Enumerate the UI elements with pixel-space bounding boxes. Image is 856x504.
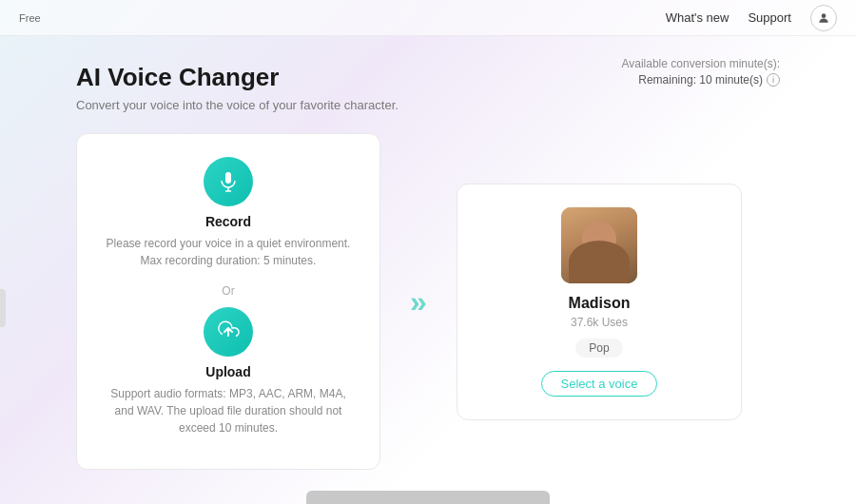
whats-new-link[interactable]: What's new — [666, 10, 730, 25]
support-link[interactable]: Support — [748, 10, 791, 25]
microphone-icon — [217, 170, 240, 193]
voice-avatar — [561, 207, 637, 283]
svg-rect-1 — [225, 172, 231, 184]
record-title: Record — [205, 214, 251, 229]
arrow-container: » — [380, 284, 457, 320]
info-icon[interactable]: i — [767, 73, 780, 87]
select-voice-button[interactable]: Select a voice — [541, 371, 658, 397]
user-icon — [817, 11, 830, 25]
change-voice-button[interactable]: Change Voice Now — [306, 491, 550, 504]
upload-icon-circle[interactable] — [204, 307, 253, 357]
upload-icon — [217, 320, 240, 343]
sidebar-tab — [0, 289, 6, 327]
upload-title: Upload — [205, 364, 250, 379]
record-description: Please record your voice in a quiet envi… — [100, 235, 357, 269]
remaining-text: Remaining: 10 minute(s) — [638, 73, 763, 87]
plan-badge: Free — [19, 12, 41, 24]
conversion-label: Available conversion minute(s): — [621, 57, 780, 70]
conversion-remaining: Remaining: 10 minute(s) i — [621, 73, 780, 87]
voice-avatar-face — [561, 207, 637, 283]
or-divider: Or — [222, 284, 234, 298]
voice-uses: 37.6k Uses — [571, 316, 628, 329]
main-content: AI Voice Changer Convert your voice into… — [0, 36, 856, 504]
profile-icon-btn[interactable] — [810, 5, 837, 31]
voice-card: Madison 37.6k Uses Pop Select a voice — [457, 184, 742, 420]
record-icon-circle[interactable] — [204, 157, 253, 206]
nav-links: What's new Support — [666, 5, 837, 31]
voice-name: Madison — [569, 295, 631, 312]
upload-description: Support audio formats: MP3, AAC, ARM, M4… — [100, 385, 357, 436]
conversion-info: Available conversion minute(s): Remainin… — [621, 57, 780, 87]
action-section: Change Voice Now AI Madison to create AI… — [76, 491, 780, 504]
voice-tag: Pop — [575, 339, 622, 358]
record-upload-card: Record Please record your voice in a qui… — [76, 133, 380, 470]
top-nav: Free What's new Support — [0, 0, 856, 36]
arrow-icon: » — [410, 284, 427, 320]
svg-point-0 — [822, 13, 827, 18]
page-subtitle: Convert your voice into the voice of you… — [76, 98, 780, 112]
cards-row: Record Please record your voice in a qui… — [76, 133, 780, 470]
